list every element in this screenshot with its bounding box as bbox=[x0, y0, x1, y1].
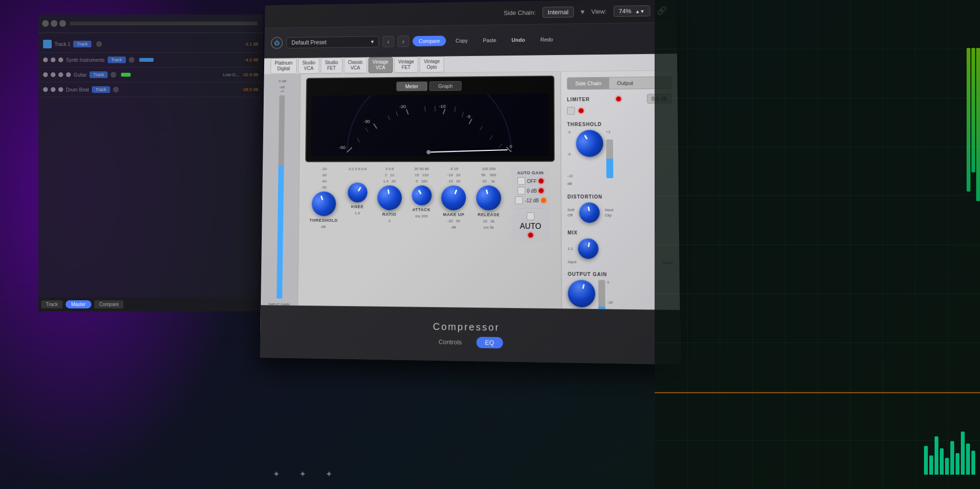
vu-meter-tab[interactable]: Meter bbox=[396, 81, 427, 91]
grid bbox=[655, 0, 980, 489]
model-classic-vca[interactable]: ClassicVCA bbox=[344, 57, 367, 73]
copy-button[interactable]: Copy bbox=[450, 36, 473, 45]
sidechain-value[interactable]: Internal bbox=[542, 6, 574, 18]
view-value[interactable]: 74% ▲▼ bbox=[613, 5, 650, 17]
off-dist-label: Off bbox=[568, 213, 575, 217]
out-scale-mid: -30 bbox=[607, 300, 613, 304]
distortion-label: DISTORTION bbox=[568, 194, 602, 199]
svg-text:-50: -50 bbox=[339, 145, 345, 150]
threshold-knob[interactable] bbox=[308, 188, 339, 219]
track2-value: -4.2 dB bbox=[245, 57, 258, 62]
limiter-label: LIMITER bbox=[567, 97, 590, 102]
compare-btn-bottom[interactable]: Compare bbox=[94, 300, 123, 308]
eq-tab[interactable]: EQ bbox=[476, 337, 503, 348]
clip-label: Clip bbox=[605, 213, 613, 217]
knee-label: KNEE bbox=[351, 204, 364, 209]
ratio-label: RATIO bbox=[382, 212, 397, 217]
off-checkbox[interactable] bbox=[517, 177, 525, 185]
off-label: OFF bbox=[527, 178, 536, 183]
makeup-group: -5 15 -10 20 -15 30 MAKE UP -20 50 dB bbox=[441, 167, 466, 229]
zerodb-checkbox[interactable] bbox=[517, 187, 525, 194]
minus12-checkbox[interactable] bbox=[515, 196, 523, 204]
release-group: 100 200 50 500 20 1k RELEASE 10 2k ms 5k bbox=[476, 167, 501, 230]
release-label: RELEASE bbox=[478, 212, 500, 217]
ratio-knob[interactable] bbox=[375, 183, 403, 212]
track4-btn[interactable]: Track bbox=[92, 86, 110, 93]
model-vintage-vca[interactable]: VintageVCA bbox=[368, 57, 393, 73]
redo-button[interactable]: Redo bbox=[535, 34, 559, 44]
svg-text:-30: -30 bbox=[364, 119, 370, 124]
makeup-knob[interactable] bbox=[438, 182, 470, 214]
input-gain-strip: -5 dB -dB -∞ INPUT GAIN bbox=[260, 74, 301, 335]
attack-label: ATTACK bbox=[412, 207, 431, 212]
minus12-label: -12 dB bbox=[525, 198, 539, 203]
bottom-nav: ✦ ✦ ✦ bbox=[273, 469, 333, 479]
threshold-db-label: dB bbox=[568, 182, 572, 186]
track3-value: -32.8 dB bbox=[242, 72, 258, 77]
track2-btn[interactable]: Track bbox=[108, 57, 126, 63]
preset-dropdown[interactable]: Default Preset ▾ bbox=[286, 36, 379, 48]
sidechain-label: Side Chain: bbox=[503, 9, 535, 17]
zerodb-label: 0 dB bbox=[527, 188, 537, 193]
threshold-section-label: THRESHOLD bbox=[567, 122, 601, 127]
sidechain-tab[interactable]: Side Chain bbox=[568, 78, 609, 90]
input-gain-scale-mid: -dB bbox=[279, 85, 285, 90]
svg-text:-20: -20 bbox=[400, 104, 406, 109]
output-gain-knob[interactable] bbox=[565, 277, 598, 311]
input-label: Input bbox=[568, 260, 576, 264]
soft-label: Soft bbox=[568, 208, 575, 212]
vu-graph-tab[interactable]: Graph bbox=[429, 81, 462, 91]
svg-text:0: 0 bbox=[510, 144, 512, 148]
limiter-checkbox[interactable] bbox=[567, 107, 575, 114]
distortion-knob[interactable] bbox=[578, 201, 601, 224]
daw-right-panel bbox=[655, 0, 980, 489]
preset-name: Default Preset bbox=[291, 39, 326, 46]
off-led bbox=[539, 179, 544, 183]
model-studio-vca[interactable]: StudioVCA bbox=[298, 58, 320, 74]
threshold-db: dB bbox=[321, 225, 326, 229]
bottom-tabs: Controls EQ bbox=[430, 336, 503, 348]
track3-btn[interactable]: Track bbox=[89, 71, 108, 78]
output-tab[interactable]: Output bbox=[609, 77, 641, 89]
auto-gain-label: AUTO GAIN bbox=[517, 171, 544, 175]
compare-button[interactable]: Compare bbox=[412, 35, 446, 46]
auto-checkbox[interactable] bbox=[526, 212, 534, 220]
threshold-right-knob[interactable] bbox=[571, 125, 608, 162]
nav-forward-button[interactable]: › bbox=[398, 35, 409, 47]
paste-button[interactable]: Paste bbox=[477, 35, 502, 45]
controls-tab[interactable]: Controls bbox=[430, 336, 470, 348]
power-button[interactable]: ⏻ bbox=[271, 37, 283, 49]
mix-label: MIX bbox=[568, 230, 578, 235]
hard-label: Hard bbox=[605, 208, 613, 212]
nav-back-button[interactable]: ‹ bbox=[383, 36, 394, 47]
track1-btn[interactable]: Track bbox=[73, 41, 91, 47]
track2-label: Synth Instruments bbox=[66, 57, 105, 63]
model-vintage-opto[interactable]: VintageOpto bbox=[420, 57, 444, 73]
out-scale-top: 0 bbox=[607, 280, 613, 284]
svg-point-25 bbox=[426, 150, 431, 154]
mix-knob[interactable] bbox=[577, 237, 601, 261]
view-label: View: bbox=[591, 8, 607, 15]
model-platinum-digital[interactable]: PlatinumDigital bbox=[270, 58, 297, 74]
minus12-led bbox=[541, 198, 546, 203]
compressor-plugin-window: Side Chain: Internal ▾ View: 74% ▲▼ 🔗 ⏻ … bbox=[260, 0, 680, 364]
knee-group: 0.2 0.6 0.8 KNEE 1.0 bbox=[347, 167, 368, 215]
svg-text:-5: -5 bbox=[467, 114, 470, 119]
daw-tracks-panel: Track 1 Track -2.1 dB Synth Instruments … bbox=[38, 14, 263, 311]
release-knob[interactable] bbox=[473, 182, 504, 213]
vu-meter: Meter Graph -50 bbox=[305, 76, 555, 162]
attack-knob[interactable] bbox=[408, 182, 435, 209]
model-vintage-fet[interactable]: VintageFET bbox=[394, 57, 418, 73]
ratio-group: 3 5 8 2 12 1.4 20 RATIO :1 bbox=[377, 167, 402, 223]
attack-group: 20 50 80 15 120 5 160 ATTACK ms 200 bbox=[412, 167, 432, 218]
auto-label: AUTO bbox=[520, 222, 541, 231]
track3-fx: Low-G... bbox=[134, 72, 239, 77]
undo-button[interactable]: Undo bbox=[506, 35, 531, 45]
auto-led bbox=[528, 233, 533, 238]
auto-gain-section: AUTO GAIN OFF 0 dB bbox=[511, 167, 550, 242]
model-studio-fet[interactable]: StudioFET bbox=[321, 57, 342, 74]
knee-knob[interactable] bbox=[344, 179, 371, 206]
compressor-title: Compressor bbox=[433, 321, 500, 333]
master-btn[interactable]: Master bbox=[66, 300, 92, 308]
scale-8: -8 bbox=[567, 152, 573, 156]
